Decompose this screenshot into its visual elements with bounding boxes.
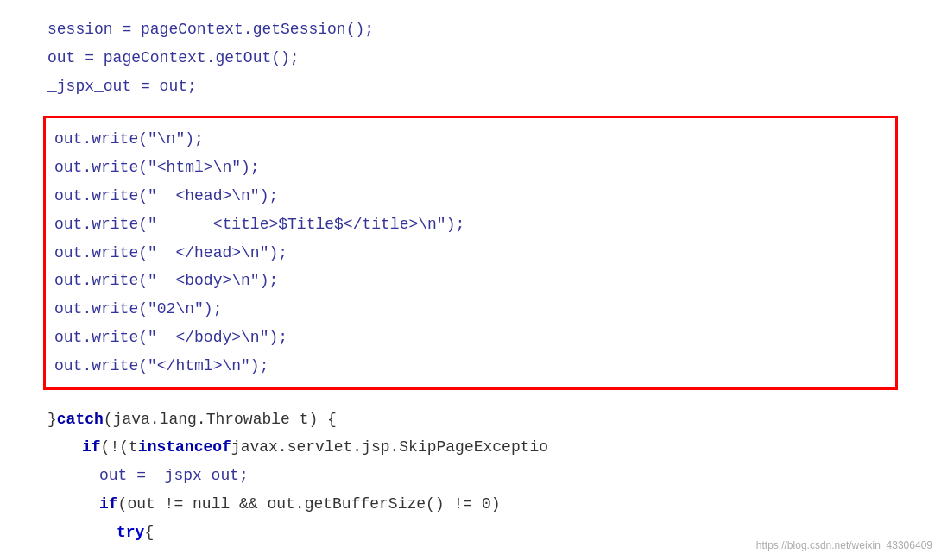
box-line-2: out.write("<html>\n"); <box>54 154 887 182</box>
box-line-4: out.write(" <title>$Title$</title>\n"); <box>54 211 887 239</box>
line-out-jspx: out = _jspx_out; <box>47 462 894 490</box>
red-box: out.write("\n"); out.write("<html>\n"); … <box>43 116 898 389</box>
box-line-5: out.write(" </head>\n"); <box>54 239 887 267</box>
box-line-3: out.write(" <head>\n"); <box>54 182 887 211</box>
watermark: https://blog.csdn.net/weixin_43306409 <box>756 539 932 551</box>
code-container: session = pageContext.getSession(); out … <box>0 0 941 560</box>
box-line-7: out.write("02\n"); <box>54 295 887 324</box>
line-if-buffersize: if (out != null && out.getBufferSize() !… <box>47 490 894 519</box>
top-section: session = pageContext.getSession(); out … <box>0 9 941 107</box>
line-out: out = pageContext.getOut(); <box>47 44 894 72</box>
line-if-instanceof: if (!(t instanceof javax.servlet.jsp.Ski… <box>47 433 894 462</box>
line-jspx: _jspx_out = out; <box>47 72 894 101</box>
box-line-9: out.write("</html>\n"); <box>54 352 887 381</box>
line-session: session = pageContext.getSession(); <box>47 16 894 44</box>
line-catch: } catch (java.lang.Throwable t) { <box>47 406 894 434</box>
bottom-section: } catch (java.lang.Throwable t) { if (!(… <box>0 399 941 554</box>
box-line-8: out.write(" </body>\n"); <box>54 324 887 352</box>
box-line-1: out.write("\n"); <box>54 125 887 154</box>
box-line-6: out.write(" <body>\n"); <box>54 267 887 295</box>
